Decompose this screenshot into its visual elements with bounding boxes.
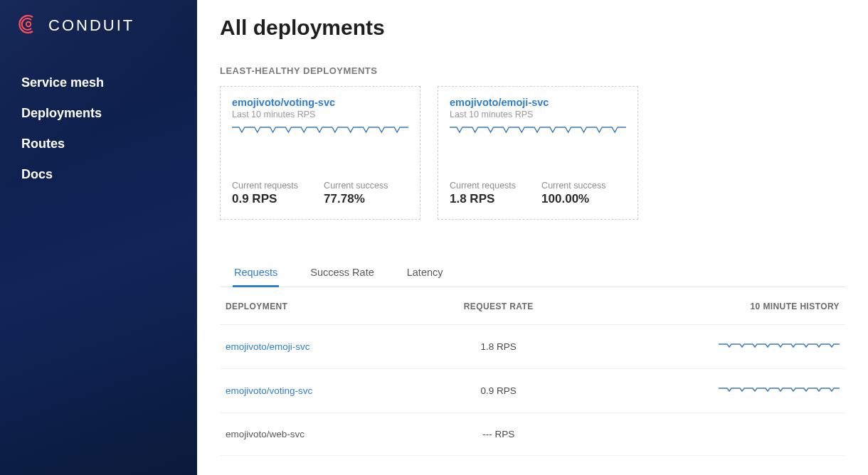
sparkline-icon: [232, 124, 408, 137]
tab-requests[interactable]: Requests: [233, 260, 279, 287]
sidebar-item-routes[interactable]: Routes: [17, 129, 180, 159]
tabs: Requests Success Rate Latency: [220, 260, 845, 287]
deployment-link[interactable]: emojivoto/voting-svc: [226, 385, 312, 396]
table-row: emojivoto/web-svc --- RPS: [220, 413, 845, 456]
sidebar-item-service-mesh[interactable]: Service mesh: [17, 68, 180, 98]
metric-label: Current success: [541, 181, 605, 191]
metric-success: Current success 77.78%: [324, 181, 388, 206]
card-title-link[interactable]: emojivoto/voting-svc: [232, 97, 408, 108]
metric-value: 1.8 RPS: [450, 192, 516, 206]
card-subtitle: Last 10 minutes RPS: [232, 110, 408, 119]
health-card: emojivoto/emoji-svc Last 10 minutes RPS …: [438, 86, 638, 220]
metric-success: Current success 100.00%: [541, 181, 605, 206]
sparkline-icon: [450, 124, 626, 137]
rate-cell: 1.8 RPS: [417, 325, 580, 369]
table-header-deployment: DEPLOYMENT: [220, 287, 417, 325]
metric-requests: Current requests 1.8 RPS: [450, 181, 516, 206]
sparkline-icon: [719, 385, 840, 395]
deployment-link[interactable]: emojivoto/emoji-svc: [226, 341, 310, 352]
rate-cell: --- RPS: [417, 413, 580, 456]
card-title-link[interactable]: emojivoto/emoji-svc: [450, 97, 626, 108]
main-content: All deployments LEAST-HEALTHY DEPLOYMENT…: [197, 0, 868, 475]
metric-value: 77.78%: [324, 192, 388, 206]
table-row: emojivoto/voting-svc 0.9 RPS: [220, 369, 845, 413]
tab-latency[interactable]: Latency: [406, 260, 445, 287]
metric-value: 0.9 RPS: [232, 192, 298, 206]
deployments-table: DEPLOYMENT REQUEST RATE 10 MINUTE HISTOR…: [220, 287, 845, 456]
table-header-rate: REQUEST RATE: [417, 287, 580, 325]
brand-name: CONDUIT: [48, 16, 134, 35]
sidebar-nav: Service mesh Deployments Routes Docs: [17, 68, 180, 190]
table-row: emojivoto/emoji-svc 1.8 RPS: [220, 325, 845, 369]
metric-requests: Current requests 0.9 RPS: [232, 181, 298, 206]
metric-value: 100.00%: [541, 192, 605, 206]
sidebar: CONDUIT Service mesh Deployments Routes …: [0, 0, 197, 475]
section-label: LEAST-HEALTHY DEPLOYMENTS: [220, 65, 845, 76]
sparkline-icon: [719, 341, 840, 351]
card-subtitle: Last 10 minutes RPS: [450, 110, 626, 119]
metric-label: Current requests: [232, 181, 298, 191]
history-cell-empty: [580, 413, 845, 456]
brand: CONDUIT: [17, 13, 180, 38]
deployment-name: emojivoto/web-svc: [226, 429, 305, 439]
health-cards: emojivoto/voting-svc Last 10 minutes RPS…: [220, 86, 845, 220]
svg-point-0: [26, 22, 31, 26]
sidebar-item-docs[interactable]: Docs: [17, 159, 180, 190]
sidebar-item-deployments[interactable]: Deployments: [17, 98, 180, 129]
page-title: All deployments: [220, 16, 845, 40]
metric-label: Current requests: [450, 181, 516, 191]
rate-cell: 0.9 RPS: [417, 369, 580, 413]
metric-label: Current success: [324, 181, 388, 191]
table-header-history: 10 MINUTE HISTORY: [580, 287, 845, 325]
brand-logo-icon: [17, 13, 40, 38]
tab-success-rate[interactable]: Success Rate: [309, 260, 375, 287]
health-card: emojivoto/voting-svc Last 10 minutes RPS…: [220, 86, 420, 220]
